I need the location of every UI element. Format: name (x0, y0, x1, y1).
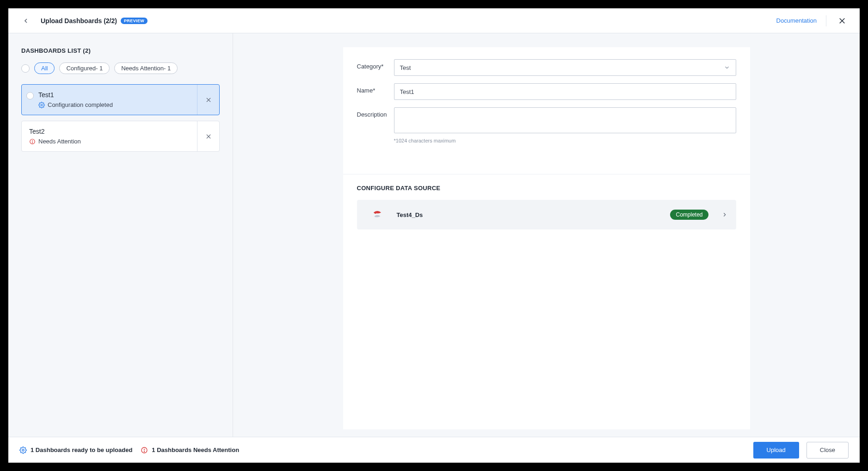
select-all-radio[interactable] (21, 64, 30, 73)
svg-point-10 (22, 449, 24, 451)
category-select[interactable]: Test (394, 59, 736, 76)
description-row: Description *1024 characters maximum (357, 107, 736, 143)
upload-dashboards-modal: Upload Dashboards (2/2) PREVIEW Document… (8, 8, 860, 463)
divider (826, 15, 826, 26)
sqlserver-icon (371, 208, 384, 221)
data-source-row[interactable]: Test4_Ds Completed (357, 200, 736, 229)
data-source-section: CONFIGURE DATA SOURCE Test4_Ds Completed (343, 174, 750, 242)
alert-icon (29, 138, 36, 145)
card-status-label: Needs Attention (38, 138, 81, 145)
footer-left: 1 Dashboards ready to be uploaded 1 Dash… (19, 446, 239, 454)
card-name: Test1 (38, 91, 191, 99)
description-helper: *1024 characters maximum (394, 138, 736, 143)
close-icon (205, 97, 212, 103)
gear-icon (38, 102, 45, 108)
category-value: Test (400, 64, 411, 71)
close-icon (838, 17, 846, 25)
card-name: Test2 (29, 128, 191, 135)
svg-point-2 (41, 104, 43, 106)
page-title: Upload Dashboards (2/2) (41, 17, 117, 25)
category-label: Category* (357, 59, 394, 70)
chevron-down-icon (724, 64, 730, 71)
modal-body: DASHBOARDS LIST (2) All Configured- 1 Ne… (8, 33, 860, 437)
main-area: Category* Test Name* (233, 33, 860, 437)
upload-button[interactable]: Upload (753, 442, 799, 459)
card-status-label: Configuration completed (48, 101, 113, 108)
header-right: Documentation (776, 14, 849, 27)
form-section: Category* Test Name* (343, 47, 750, 174)
config-panel: Category* Test Name* (343, 47, 750, 429)
alert-icon (141, 446, 148, 454)
filter-row: All Configured- 1 Needs Attention- 1 (21, 62, 220, 74)
footer-ready-text: 1 Dashboards ready to be uploaded (31, 446, 132, 453)
close-modal-button[interactable] (836, 14, 849, 27)
category-row: Category* Test (357, 59, 736, 76)
preview-badge: PREVIEW (121, 18, 148, 24)
close-icon (205, 133, 212, 140)
card-radio[interactable] (26, 92, 34, 99)
documentation-link[interactable]: Documentation (776, 17, 817, 24)
card-status: Needs Attention (29, 138, 191, 145)
footer-attention-text: 1 Dashboards Needs Attention (152, 446, 239, 453)
gear-icon (19, 446, 27, 454)
dashboard-card: Test1 Configuration completed (21, 84, 220, 115)
footer-right: Upload Close (753, 442, 849, 459)
dashboard-card-select[interactable]: Test2 Needs Attention (22, 121, 197, 151)
chevron-left-icon (22, 17, 30, 25)
back-button[interactable] (19, 14, 32, 27)
modal-footer: 1 Dashboards ready to be uploaded 1 Dash… (8, 437, 860, 463)
dashboard-card: Test2 Needs Attention (21, 121, 220, 152)
chevron-right-icon (721, 211, 728, 218)
filter-chip-all[interactable]: All (34, 62, 55, 74)
dashboards-sidebar: DASHBOARDS LIST (2) All Configured- 1 Ne… (8, 33, 233, 437)
data-source-title: CONFIGURE DATA SOURCE (357, 185, 736, 192)
card-body: Test1 Configuration completed (38, 91, 191, 108)
description-textarea[interactable] (394, 107, 736, 133)
data-source-name: Test4_Ds (397, 211, 658, 218)
description-label: Description (357, 107, 394, 118)
dashboard-card-select[interactable]: Test1 Configuration completed (22, 85, 197, 115)
footer-attention-item: 1 Dashboards Needs Attention (141, 446, 239, 454)
card-remove-button[interactable] (197, 121, 219, 151)
name-row: Name* (357, 83, 736, 100)
dashboards-list-title: DASHBOARDS LIST (2) (21, 47, 220, 54)
name-label: Name* (357, 83, 394, 94)
card-status: Configuration completed (38, 101, 191, 108)
svg-point-7 (32, 143, 33, 143)
svg-point-13 (144, 451, 145, 452)
modal-header: Upload Dashboards (2/2) PREVIEW Document… (8, 8, 860, 33)
name-input[interactable] (394, 83, 736, 100)
filter-chip-configured[interactable]: Configured- 1 (59, 62, 110, 74)
card-body: Test2 Needs Attention (26, 128, 191, 145)
data-source-status-pill: Completed (670, 210, 708, 220)
card-remove-button[interactable] (197, 85, 219, 115)
filter-chip-needs-attention[interactable]: Needs Attention- 1 (114, 62, 178, 74)
footer-ready-item: 1 Dashboards ready to be uploaded (19, 446, 132, 454)
close-button[interactable]: Close (806, 442, 849, 459)
